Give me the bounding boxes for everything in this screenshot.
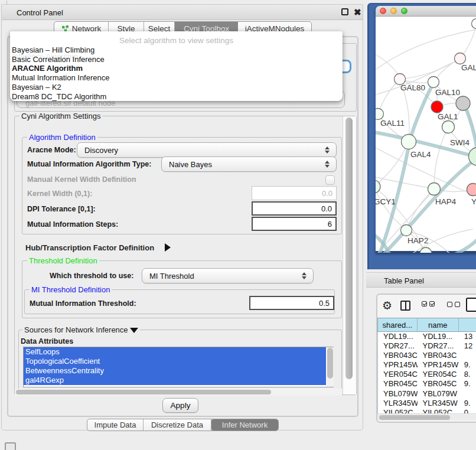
apply-button[interactable]: Apply [162,398,198,413]
control-panel-titlebar: Control Panel ✖ [2,5,363,20]
data-attribute-item[interactable]: gal4RGexp [24,376,326,385]
mi-threshold-definition-title: MI Threshold Definition [30,285,112,294]
network-node[interactable] [401,225,412,236]
algorithm-definition-title: Algorithm Definition [27,133,97,142]
table-row[interactable]: YER054CYER054C8. [378,370,476,379]
tab-infer-network[interactable]: Infer Network [211,419,278,431]
settings-vscrollbar[interactable] [343,116,356,394]
float-window-icon[interactable] [341,8,348,15]
data-attribute-item[interactable]: BetweennessCentrality [24,366,326,376]
settings-hscrollbar[interactable] [15,389,342,396]
hub-definition-label[interactable]: Hub/Transcription Factor Definition [25,243,154,252]
table-cell: 12 [459,341,476,351]
algorithm-option[interactable]: Bayesian – K2 [12,83,61,92]
network-node[interactable] [456,96,470,110]
table-row[interactable]: YIL052CYIL052C0. [378,408,476,413]
network-node[interactable] [420,247,432,253]
table-row[interactable]: YDR27...YDR27...12 [378,341,476,351]
table-hscrollbar[interactable] [377,413,476,420]
table-cell: 8. [459,370,476,379]
data-attribute-item[interactable]: TopologicalCoefficient [24,357,326,366]
minimized-panel-icon[interactable] [5,442,16,450]
attr-list-scrollbar[interactable] [327,347,334,387]
network-node[interactable] [472,19,476,29]
minimize-traffic-light[interactable] [390,8,397,14]
expand-arrow-icon[interactable] [165,243,171,252]
which-threshold-combo[interactable]: MI Threshold [142,268,314,283]
mi-steps-field[interactable]: 6 [252,217,337,231]
table-cell [459,351,476,360]
close-icon[interactable]: ✖ [354,7,361,18]
mi-threshold-field[interactable]: 0.5 [249,296,334,310]
table-row[interactable]: YBR043CYBR043C [378,351,476,360]
zoom-traffic-light[interactable] [401,8,407,14]
collapse-arrow-icon[interactable] [130,328,138,333]
network-node[interactable] [428,183,441,195]
show-columns-icon[interactable] [422,301,435,306]
algorithm-option[interactable]: ARACNE Algorithm [12,64,83,73]
network-node-label: SWI4 [450,138,470,147]
table-row[interactable]: YBR045CYBR045C9. [378,379,476,389]
algorithm-option[interactable]: Bayesian – Hill Climbing [12,45,94,54]
gear-icon[interactable]: ⚙ [382,299,392,311]
table-cell: YPR145W [418,360,459,370]
table-cell: YPR145W [378,360,418,370]
dpi-tolerance-field[interactable]: 0.0 [252,201,337,216]
node-table-body: YDL19...YDL19...13YDR27...YDR27...12YBR0… [377,332,476,413]
mi-steps-label: Mutual Information Steps: [27,220,118,229]
network-node[interactable] [467,184,476,196]
network-node[interactable] [442,121,455,133]
network-node[interactable] [428,77,439,88]
network-node-label: Y [471,197,476,206]
dpi-tolerance-label: DPI Tolerance [0,1]: [27,205,96,213]
which-threshold-label: Which threshold to use: [50,272,133,280]
table-row[interactable]: YDL19...YDL19...13 [378,332,476,341]
mi-type-combo[interactable]: Naive Bayes [161,156,337,172]
columns-icon[interactable] [400,301,410,311]
spinner-arrows-icon [302,272,307,279]
network-node-label: GAL11 [380,119,405,128]
tab-discretize-data[interactable]: Discretize Data [144,419,211,431]
table-panel-title: Table Panel [384,276,424,285]
tab-impute-data[interactable]: Impute Data [87,419,144,431]
network-node-label: GAL80 [400,83,425,92]
network-node[interactable] [455,53,466,64]
node-table-header: shared...name [377,318,476,332]
network-node-label: GAL4 [410,150,431,159]
app: Control Panel ✖ Network Style Select Cyn… [0,0,476,450]
table-row[interactable]: YBL079WYBL079W [378,389,476,399]
close-traffic-light[interactable] [380,8,386,14]
network-node-label: GAL10 [435,88,460,97]
algorithm-option[interactable]: Mutual Information Inference [12,73,109,82]
table-cell: YIL052C [418,408,459,413]
network-node[interactable] [431,101,443,113]
kernel-width-field[interactable]: 0.0 [252,186,337,200]
document-icon[interactable] [466,298,476,312]
network-node[interactable] [376,109,384,120]
algorithm-option[interactable]: Basic Correlation Inference [12,55,105,64]
table-cell: YDR27... [418,341,459,351]
table-cell: 9. [459,379,476,389]
spinner-arrows-icon [325,161,330,168]
bottom-tabs: Impute Data Discretize Data Infer Networ… [87,419,279,431]
table-column-header[interactable]: name [418,318,459,331]
network-node-label: GAL2 [461,63,476,72]
table-cell: YBR043C [418,351,459,360]
table-cell: YLR345W [378,399,418,408]
algorithm-option[interactable]: Dream8 DC_TDC Algorithm [12,92,106,101]
data-attribute-item[interactable]: SelfLoops [24,347,326,357]
manual-kernel-label: Manual Kernel Width Definition [27,175,136,184]
table-cell: YBR045C [378,379,418,389]
hide-columns-icon[interactable] [447,302,460,307]
data-attributes-list[interactable]: SelfLoopsTopologicalCoefficientBetweenne… [23,347,334,387]
table-row[interactable]: YPR145WYPR145W9. [378,360,476,370]
table-cell [459,389,476,399]
table-row[interactable]: YLR345WYLR345W9. [378,399,476,408]
table-cell: YBL079W [418,389,459,399]
table-column-header[interactable]: shared... [378,318,418,331]
table-column-header[interactable] [459,318,476,331]
aracne-mode-combo[interactable]: Discovery [77,142,337,158]
manual-kernel-checkbox[interactable] [325,175,335,185]
network-node[interactable] [402,135,416,149]
network-canvas[interactable]: GAL2GAL80GAL10GAL1GAL11GAL4SWI4HAP4YGCY1… [376,17,476,253]
